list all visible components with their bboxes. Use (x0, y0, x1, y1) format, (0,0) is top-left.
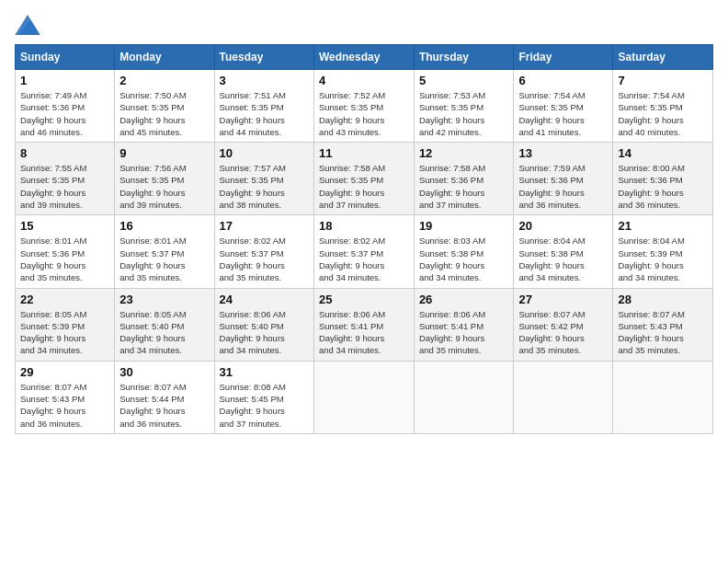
day-number: 29 (20, 365, 109, 379)
day-info: Sunrise: 7:49 AMSunset: 5:36 PMDaylight:… (20, 90, 86, 137)
day-info: Sunrise: 8:07 AMSunset: 5:44 PMDaylight:… (119, 382, 186, 429)
day-number: 15 (20, 219, 109, 233)
day-number: 9 (119, 146, 209, 160)
calendar-cell: 6 Sunrise: 7:54 AMSunset: 5:35 PMDayligh… (514, 70, 613, 143)
calendar-header-wednesday: Wednesday (313, 45, 414, 70)
calendar-cell: 12 Sunrise: 7:58 AMSunset: 5:36 PMDaylig… (414, 143, 514, 215)
calendar-cell: 24 Sunrise: 8:06 AMSunset: 5:40 PMDaylig… (214, 288, 313, 361)
calendar-header-saturday: Saturday (613, 45, 713, 70)
day-number: 22 (20, 293, 109, 306)
calendar-cell: 9 Sunrise: 7:56 AMSunset: 5:35 PMDayligh… (115, 143, 214, 215)
calendar-cell: 20 Sunrise: 8:04 AMSunset: 5:38 PMDaylig… (514, 215, 613, 288)
day-number: 19 (419, 219, 509, 233)
day-info: Sunrise: 8:04 AMSunset: 5:38 PMDaylight:… (518, 236, 585, 282)
calendar-table: SundayMondayTuesdayWednesdayThursdayFrid… (15, 44, 713, 434)
calendar-cell: 29 Sunrise: 8:07 AMSunset: 5:43 PMDaylig… (16, 361, 115, 433)
day-info: Sunrise: 8:06 AMSunset: 5:40 PMDaylight:… (220, 309, 286, 356)
calendar-body: 1 Sunrise: 7:49 AMSunset: 5:36 PMDayligh… (16, 70, 713, 434)
day-info: Sunrise: 8:05 AMSunset: 5:39 PMDaylight:… (20, 309, 86, 356)
day-number: 5 (419, 74, 509, 87)
day-number: 25 (319, 293, 409, 306)
calendar-cell: 27 Sunrise: 8:07 AMSunset: 5:42 PMDaylig… (514, 288, 613, 361)
calendar-header-monday: Monday (115, 45, 214, 70)
day-info: Sunrise: 7:52 AMSunset: 5:35 PMDaylight:… (319, 90, 385, 137)
day-info: Sunrise: 7:55 AMSunset: 5:35 PMDaylight:… (20, 163, 86, 210)
calendar-cell: 15 Sunrise: 8:01 AMSunset: 5:36 PMDaylig… (16, 215, 115, 288)
calendar-cell-empty (313, 361, 414, 433)
calendar-cell: 19 Sunrise: 8:03 AMSunset: 5:38 PMDaylig… (414, 215, 514, 288)
day-info: Sunrise: 7:59 AMSunset: 5:36 PMDaylight:… (518, 163, 585, 210)
day-number: 24 (220, 293, 309, 306)
calendar-cell: 5 Sunrise: 7:53 AMSunset: 5:35 PMDayligh… (414, 70, 514, 143)
day-info: Sunrise: 8:02 AMSunset: 5:37 PMDaylight:… (220, 236, 286, 282)
day-number: 17 (220, 219, 309, 233)
day-number: 28 (618, 293, 708, 306)
day-number: 3 (220, 74, 309, 87)
calendar-week-row: 22 Sunrise: 8:05 AMSunset: 5:39 PMDaylig… (16, 288, 713, 361)
calendar-week-row: 29 Sunrise: 8:07 AMSunset: 5:43 PMDaylig… (16, 361, 713, 433)
day-number: 2 (119, 74, 209, 87)
calendar-cell: 18 Sunrise: 8:02 AMSunset: 5:37 PMDaylig… (313, 215, 414, 288)
day-number: 6 (518, 74, 608, 87)
day-number: 16 (119, 219, 209, 233)
day-info: Sunrise: 8:06 AMSunset: 5:41 PMDaylight:… (419, 309, 485, 356)
day-number: 13 (518, 146, 608, 160)
day-info: Sunrise: 8:07 AMSunset: 5:43 PMDaylight:… (618, 309, 684, 356)
day-info: Sunrise: 8:07 AMSunset: 5:42 PMDaylight:… (518, 309, 585, 356)
day-number: 4 (319, 74, 409, 87)
calendar-header-row: SundayMondayTuesdayWednesdayThursdayFrid… (16, 45, 713, 70)
page-header (15, 15, 713, 35)
calendar-cell: 10 Sunrise: 7:57 AMSunset: 5:35 PMDaylig… (214, 143, 313, 215)
day-info: Sunrise: 8:08 AMSunset: 5:45 PMDaylight:… (220, 382, 286, 429)
calendar-cell: 8 Sunrise: 7:55 AMSunset: 5:35 PMDayligh… (16, 143, 115, 215)
day-number: 7 (618, 74, 708, 87)
calendar-cell: 13 Sunrise: 7:59 AMSunset: 5:36 PMDaylig… (514, 143, 613, 215)
day-info: Sunrise: 7:56 AMSunset: 5:35 PMDaylight:… (119, 163, 186, 210)
calendar-cell: 21 Sunrise: 8:04 AMSunset: 5:39 PMDaylig… (613, 215, 713, 288)
day-number: 23 (119, 293, 209, 306)
calendar-header-thursday: Thursday (414, 45, 514, 70)
calendar-cell: 11 Sunrise: 7:58 AMSunset: 5:35 PMDaylig… (313, 143, 414, 215)
calendar-cell: 17 Sunrise: 8:02 AMSunset: 5:37 PMDaylig… (214, 215, 313, 288)
day-info: Sunrise: 8:05 AMSunset: 5:40 PMDaylight:… (119, 309, 186, 356)
day-info: Sunrise: 7:51 AMSunset: 5:35 PMDaylight:… (220, 90, 286, 137)
day-number: 26 (419, 293, 509, 306)
calendar-cell: 23 Sunrise: 8:05 AMSunset: 5:40 PMDaylig… (115, 288, 214, 361)
calendar-cell-empty (414, 361, 514, 433)
calendar-cell: 30 Sunrise: 8:07 AMSunset: 5:44 PMDaylig… (115, 361, 214, 433)
calendar-cell-empty (613, 361, 713, 433)
day-info: Sunrise: 7:54 AMSunset: 5:35 PMDaylight:… (518, 90, 585, 137)
day-info: Sunrise: 8:06 AMSunset: 5:41 PMDaylight:… (319, 309, 385, 356)
day-info: Sunrise: 8:07 AMSunset: 5:43 PMDaylight:… (20, 382, 86, 429)
day-number: 10 (220, 146, 309, 160)
day-info: Sunrise: 8:03 AMSunset: 5:38 PMDaylight:… (419, 236, 485, 282)
day-number: 18 (319, 219, 409, 233)
day-number: 11 (319, 146, 409, 160)
day-info: Sunrise: 7:57 AMSunset: 5:35 PMDaylight:… (220, 163, 286, 210)
day-number: 31 (220, 365, 309, 379)
day-info: Sunrise: 8:00 AMSunset: 5:36 PMDaylight:… (618, 163, 684, 210)
day-info: Sunrise: 8:01 AMSunset: 5:37 PMDaylight:… (119, 236, 186, 282)
day-info: Sunrise: 7:50 AMSunset: 5:35 PMDaylight:… (119, 90, 186, 137)
day-info: Sunrise: 8:01 AMSunset: 5:36 PMDaylight:… (20, 236, 86, 282)
calendar-cell: 14 Sunrise: 8:00 AMSunset: 5:36 PMDaylig… (613, 143, 713, 215)
calendar-cell-empty (514, 361, 613, 433)
day-info: Sunrise: 7:58 AMSunset: 5:36 PMDaylight:… (419, 163, 485, 210)
day-number: 21 (618, 219, 708, 233)
day-number: 14 (618, 146, 708, 160)
day-info: Sunrise: 8:02 AMSunset: 5:37 PMDaylight:… (319, 236, 385, 282)
day-info: Sunrise: 7:58 AMSunset: 5:35 PMDaylight:… (319, 163, 385, 210)
day-number: 1 (20, 74, 109, 87)
calendar-cell: 26 Sunrise: 8:06 AMSunset: 5:41 PMDaylig… (414, 288, 514, 361)
calendar-cell: 25 Sunrise: 8:06 AMSunset: 5:41 PMDaylig… (313, 288, 414, 361)
day-number: 12 (419, 146, 509, 160)
calendar-cell: 31 Sunrise: 8:08 AMSunset: 5:45 PMDaylig… (214, 361, 313, 433)
calendar-cell: 2 Sunrise: 7:50 AMSunset: 5:35 PMDayligh… (115, 70, 214, 143)
day-info: Sunrise: 8:04 AMSunset: 5:39 PMDaylight:… (618, 236, 684, 282)
calendar-cell: 16 Sunrise: 8:01 AMSunset: 5:37 PMDaylig… (115, 215, 214, 288)
calendar-cell: 22 Sunrise: 8:05 AMSunset: 5:39 PMDaylig… (16, 288, 115, 361)
calendar-cell: 4 Sunrise: 7:52 AMSunset: 5:35 PMDayligh… (313, 70, 414, 143)
day-number: 20 (518, 219, 608, 233)
day-number: 8 (20, 146, 109, 160)
calendar-week-row: 15 Sunrise: 8:01 AMSunset: 5:36 PMDaylig… (16, 215, 713, 288)
